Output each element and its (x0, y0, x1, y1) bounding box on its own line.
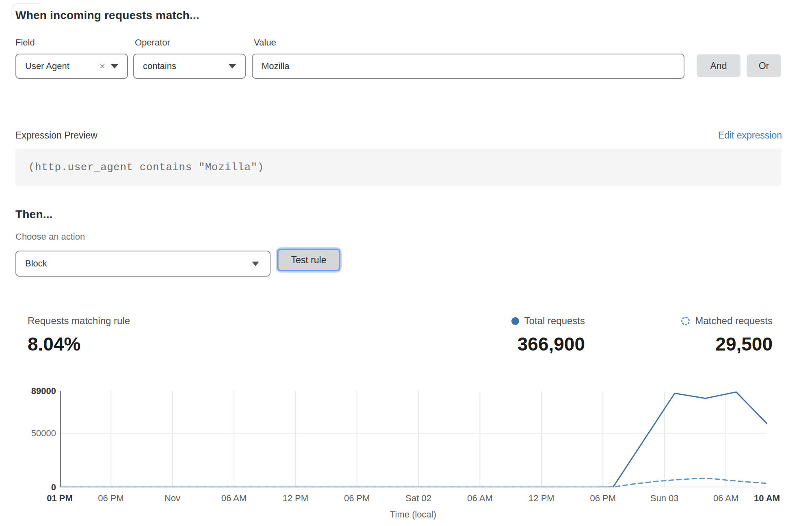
value-label: Value (254, 37, 276, 48)
matching-rule-value: 8.04% (28, 333, 130, 355)
total-requests-line (60, 392, 767, 487)
matching-rule-label: Requests matching rule (28, 315, 130, 327)
expression-code: (http.user_agent contains "Mozilla") (15, 161, 264, 173)
x-tick-label: 06 AM (221, 493, 247, 504)
x-axis-title: Time (local) (390, 509, 436, 520)
match-heading: When incoming requests match... (15, 9, 199, 22)
y-tick-label: 0 (8, 482, 56, 493)
x-tick-label: 12 PM (528, 493, 554, 504)
choose-action-label: Choose an action (15, 232, 85, 242)
expression-preview-label: Expression Preview (15, 130, 97, 141)
firewall-rule-builder-page: When incoming requests match... Field Op… (0, 0, 812, 526)
chevron-down-icon[interactable] (252, 262, 259, 266)
operator-select[interactable]: contains (133, 54, 246, 79)
test-rule-button[interactable]: Test rule (278, 250, 339, 270)
x-tick-label: 06 AM (713, 493, 738, 504)
chevron-down-icon[interactable] (111, 64, 118, 69)
total-requests-legend-dot-icon (511, 317, 519, 325)
matched-requests-legend-circle-icon (681, 317, 690, 325)
expression-code-box: (http.user_agent contains "Mozilla") (15, 149, 781, 186)
total-requests-label: Total requests (524, 315, 585, 327)
value-input[interactable] (252, 54, 684, 79)
x-tick-label: Sat 02 (405, 493, 431, 504)
field-select-value: User Agent (16, 61, 100, 71)
requests-line-chart (60, 391, 767, 487)
operator-label: Operator (135, 37, 170, 48)
x-tick-label: Nov (165, 493, 180, 504)
then-heading: Then... (15, 208, 53, 221)
or-button[interactable]: Or (747, 54, 781, 77)
edit-expression-link[interactable]: Edit expression (718, 130, 782, 141)
field-label: Field (15, 37, 35, 48)
and-button[interactable]: And (697, 54, 741, 77)
field-select[interactable]: User Agent × (15, 54, 128, 79)
clear-icon[interactable]: × (100, 61, 111, 71)
matched-requests-line (60, 478, 767, 487)
x-tick-label: 06 PM (590, 493, 616, 504)
matched-requests-label: Matched requests (695, 315, 773, 327)
total-requests-value: 366,900 (447, 333, 585, 355)
x-tick-label: 12 PM (283, 493, 309, 504)
y-tick-label: 50000 (8, 428, 56, 439)
total-requests-stat: Total requests 366,900 (447, 315, 585, 355)
chevron-down-icon[interactable] (229, 64, 236, 69)
x-tick-label: 01 PM (47, 493, 73, 504)
matching-rule-stat: Requests matching rule 8.04% (28, 315, 130, 355)
action-select-value: Block (16, 258, 252, 269)
x-tick-label: 06 AM (467, 493, 492, 504)
y-tick-label: 89000 (8, 386, 56, 396)
x-tick-label: 10 AM (754, 493, 780, 504)
x-tick-label: 06 PM (344, 493, 370, 504)
action-select[interactable]: Block (15, 251, 271, 277)
matched-requests-stat: Matched requests 29,500 (634, 315, 773, 355)
x-tick-label: Sun 03 (650, 493, 679, 504)
matched-requests-value: 29,500 (634, 333, 773, 355)
x-tick-label: 06 PM (98, 493, 124, 504)
operator-select-value: contains (134, 61, 229, 71)
